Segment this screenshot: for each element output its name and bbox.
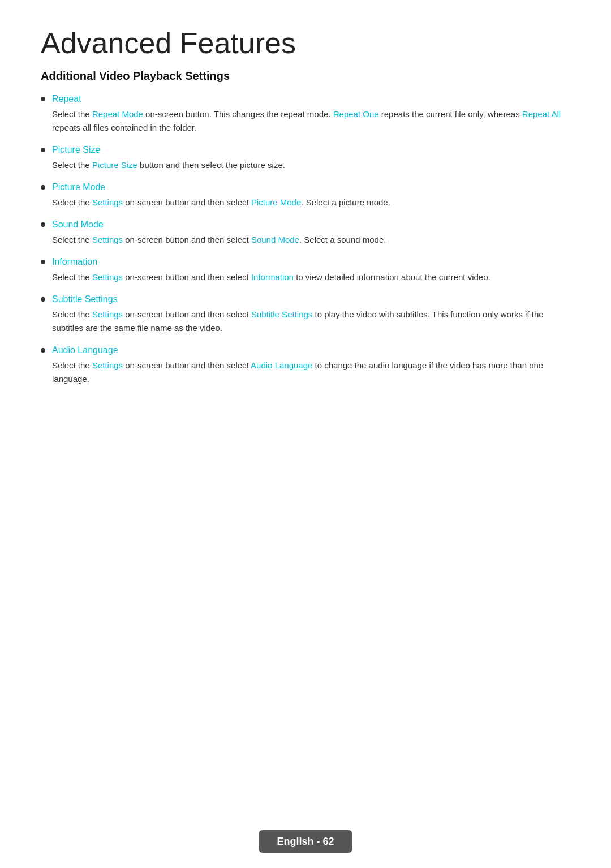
bullet-title-picture-mode: Picture Mode [52, 182, 105, 192]
page-content: Advanced Features Additional Video Playb… [0, 0, 611, 441]
bullet-label-audio-language: Audio Language [41, 345, 570, 355]
list-item-sound-mode: Sound ModeSelect the Settings on-screen … [41, 220, 570, 247]
page-number-badge: English - 62 [259, 830, 352, 853]
bullet-label-repeat: Repeat [41, 94, 570, 104]
bullet-label-information: Information [41, 257, 570, 267]
bullet-desc-subtitle-settings: Select the Settings on-screen button and… [52, 308, 570, 335]
bullet-label-subtitle-settings: Subtitle Settings [41, 294, 570, 304]
feature-list: RepeatSelect the Repeat Mode on-screen b… [41, 94, 570, 386]
bullet-desc-picture-mode: Select the Settings on-screen button and… [52, 196, 570, 209]
bullet-title-subtitle-settings: Subtitle Settings [52, 294, 118, 304]
bullet-desc-sound-mode: Select the Settings on-screen button and… [52, 233, 570, 247]
list-item-audio-language: Audio LanguageSelect the Settings on-scr… [41, 345, 570, 386]
bullet-title-picture-size: Picture Size [52, 145, 100, 155]
list-item-picture-size: Picture SizeSelect the Picture Size butt… [41, 145, 570, 172]
bullet-dot [41, 297, 45, 302]
bullet-desc-information: Select the Settings on-screen button and… [52, 270, 570, 284]
bullet-desc-repeat: Select the Repeat Mode on-screen button.… [52, 108, 570, 135]
page-title: Advanced Features [41, 27, 570, 59]
bullet-dot [41, 185, 45, 190]
section-heading: Additional Video Playback Settings [41, 70, 570, 83]
bullet-dot [41, 97, 45, 101]
bullet-title-sound-mode: Sound Mode [52, 220, 104, 230]
bullet-title-repeat: Repeat [52, 94, 81, 104]
list-item-picture-mode: Picture ModeSelect the Settings on-scree… [41, 182, 570, 209]
list-item-subtitle-settings: Subtitle SettingsSelect the Settings on-… [41, 294, 570, 335]
bullet-dot [41, 148, 45, 152]
bullet-dot [41, 260, 45, 264]
bullet-title-audio-language: Audio Language [52, 345, 118, 355]
bullet-label-sound-mode: Sound Mode [41, 220, 570, 230]
bullet-label-picture-size: Picture Size [41, 145, 570, 155]
list-item-repeat: RepeatSelect the Repeat Mode on-screen b… [41, 94, 570, 135]
bullet-label-picture-mode: Picture Mode [41, 182, 570, 192]
bullet-title-information: Information [52, 257, 97, 267]
bullet-desc-audio-language: Select the Settings on-screen button and… [52, 359, 570, 386]
footer: English - 62 [259, 836, 352, 848]
list-item-information: InformationSelect the Settings on-screen… [41, 257, 570, 284]
bullet-dot [41, 222, 45, 227]
bullet-dot [41, 348, 45, 353]
bullet-desc-picture-size: Select the Picture Size button and then … [52, 158, 570, 172]
